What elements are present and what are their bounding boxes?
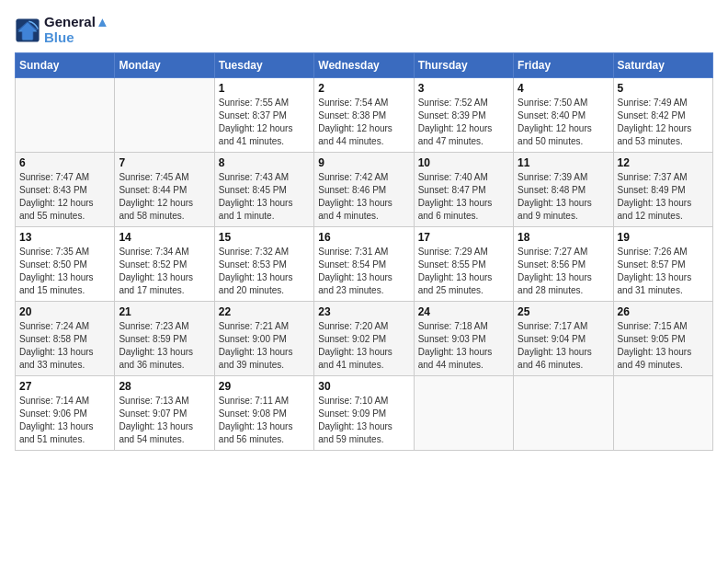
- calendar-cell: 22Sunrise: 7:21 AM Sunset: 9:00 PM Dayli…: [214, 302, 313, 376]
- day-number: 12: [618, 156, 709, 169]
- calendar-cell: 15Sunrise: 7:32 AM Sunset: 8:53 PM Dayli…: [214, 227, 313, 302]
- day-info: Sunrise: 7:49 AM Sunset: 8:42 PM Dayligh…: [618, 97, 709, 148]
- calendar-cell: 9Sunrise: 7:42 AM Sunset: 8:46 PM Daylig…: [314, 153, 414, 227]
- day-number: 19: [618, 231, 709, 244]
- day-number: 6: [19, 156, 110, 169]
- calendar-cell: 29Sunrise: 7:11 AM Sunset: 9:08 PM Dayli…: [214, 376, 313, 451]
- day-number: 15: [219, 231, 310, 244]
- day-info: Sunrise: 7:26 AM Sunset: 8:57 PM Dayligh…: [618, 246, 709, 297]
- day-number: 22: [219, 305, 310, 318]
- day-number: 13: [19, 231, 110, 244]
- day-header-friday: Friday: [514, 53, 613, 78]
- day-number: 3: [418, 82, 509, 95]
- calendar-cell: [16, 78, 115, 153]
- day-info: Sunrise: 7:55 AM Sunset: 8:37 PM Dayligh…: [219, 97, 310, 148]
- day-info: Sunrise: 7:47 AM Sunset: 8:43 PM Dayligh…: [19, 171, 110, 223]
- day-number: 28: [119, 380, 210, 393]
- calendar-cell: 2Sunrise: 7:54 AM Sunset: 8:38 PM Daylig…: [314, 78, 414, 153]
- day-number: 8: [219, 156, 310, 169]
- day-info: Sunrise: 7:31 AM Sunset: 8:54 PM Dayligh…: [318, 246, 409, 297]
- calendar-week-row: 13Sunrise: 7:35 AM Sunset: 8:50 PM Dayli…: [16, 227, 713, 302]
- calendar-week-row: 1Sunrise: 7:55 AM Sunset: 8:37 PM Daylig…: [16, 78, 713, 153]
- logo-icon: [15, 17, 40, 43]
- calendar-cell: 17Sunrise: 7:29 AM Sunset: 8:55 PM Dayli…: [414, 227, 513, 302]
- calendar-cell: 19Sunrise: 7:26 AM Sunset: 8:57 PM Dayli…: [613, 227, 712, 302]
- day-info: Sunrise: 7:39 AM Sunset: 8:48 PM Dayligh…: [518, 171, 609, 223]
- calendar-cell: 24Sunrise: 7:18 AM Sunset: 9:03 PM Dayli…: [414, 302, 513, 376]
- calendar-cell: 3Sunrise: 7:52 AM Sunset: 8:39 PM Daylig…: [414, 78, 513, 153]
- day-number: 25: [518, 305, 609, 318]
- calendar-cell: 7Sunrise: 7:45 AM Sunset: 8:44 PM Daylig…: [115, 153, 214, 227]
- day-info: Sunrise: 7:50 AM Sunset: 8:40 PM Dayligh…: [518, 97, 609, 148]
- day-number: 18: [518, 231, 609, 244]
- day-number: 2: [318, 82, 409, 95]
- day-info: Sunrise: 7:18 AM Sunset: 9:03 PM Dayligh…: [418, 320, 509, 372]
- calendar-cell: 27Sunrise: 7:14 AM Sunset: 9:06 PM Dayli…: [16, 376, 115, 451]
- calendar-week-row: 27Sunrise: 7:14 AM Sunset: 9:06 PM Dayli…: [16, 376, 713, 451]
- day-number: 17: [418, 231, 509, 244]
- day-info: Sunrise: 7:40 AM Sunset: 8:47 PM Dayligh…: [418, 171, 509, 223]
- day-number: 30: [318, 380, 409, 393]
- day-number: 5: [618, 82, 709, 95]
- calendar-cell: 5Sunrise: 7:49 AM Sunset: 8:42 PM Daylig…: [613, 78, 712, 153]
- calendar-cell: 10Sunrise: 7:40 AM Sunset: 8:47 PM Dayli…: [414, 153, 513, 227]
- day-info: Sunrise: 7:17 AM Sunset: 9:04 PM Dayligh…: [518, 320, 609, 372]
- calendar-cell: 14Sunrise: 7:34 AM Sunset: 8:52 PM Dayli…: [115, 227, 214, 302]
- day-number: 14: [119, 231, 210, 244]
- day-info: Sunrise: 7:10 AM Sunset: 9:09 PM Dayligh…: [318, 395, 409, 446]
- calendar-cell: 25Sunrise: 7:17 AM Sunset: 9:04 PM Dayli…: [514, 302, 613, 376]
- calendar-cell: 13Sunrise: 7:35 AM Sunset: 8:50 PM Dayli…: [16, 227, 115, 302]
- calendar-cell: [414, 376, 513, 451]
- day-number: 4: [518, 82, 609, 95]
- calendar-cell: 26Sunrise: 7:15 AM Sunset: 9:05 PM Dayli…: [613, 302, 712, 376]
- day-header-saturday: Saturday: [613, 53, 712, 78]
- day-info: Sunrise: 7:13 AM Sunset: 9:07 PM Dayligh…: [119, 395, 210, 446]
- logo-text: Blue: [44, 30, 109, 46]
- day-number: 7: [119, 156, 210, 169]
- day-info: Sunrise: 7:24 AM Sunset: 8:58 PM Dayligh…: [19, 320, 110, 372]
- calendar-table: SundayMondayTuesdayWednesdayThursdayFrid…: [15, 52, 713, 451]
- day-info: Sunrise: 7:34 AM Sunset: 8:52 PM Dayligh…: [119, 246, 210, 297]
- day-number: 24: [418, 305, 509, 318]
- day-info: Sunrise: 7:37 AM Sunset: 8:49 PM Dayligh…: [618, 171, 709, 223]
- calendar-week-row: 6Sunrise: 7:47 AM Sunset: 8:43 PM Daylig…: [16, 153, 713, 227]
- calendar-cell: 1Sunrise: 7:55 AM Sunset: 8:37 PM Daylig…: [214, 78, 313, 153]
- day-number: 11: [518, 156, 609, 169]
- day-info: Sunrise: 7:54 AM Sunset: 8:38 PM Dayligh…: [318, 97, 409, 148]
- day-info: Sunrise: 7:29 AM Sunset: 8:55 PM Dayligh…: [418, 246, 509, 297]
- calendar-header-row: SundayMondayTuesdayWednesdayThursdayFrid…: [16, 53, 713, 78]
- day-number: 27: [19, 380, 110, 393]
- calendar-cell: 16Sunrise: 7:31 AM Sunset: 8:54 PM Dayli…: [314, 227, 414, 302]
- day-info: Sunrise: 7:45 AM Sunset: 8:44 PM Dayligh…: [119, 171, 210, 223]
- calendar-week-row: 20Sunrise: 7:24 AM Sunset: 8:58 PM Dayli…: [16, 302, 713, 376]
- day-info: Sunrise: 7:23 AM Sunset: 8:59 PM Dayligh…: [119, 320, 210, 372]
- day-info: Sunrise: 7:42 AM Sunset: 8:46 PM Dayligh…: [318, 171, 409, 223]
- day-info: Sunrise: 7:43 AM Sunset: 8:45 PM Dayligh…: [219, 171, 310, 223]
- calendar-cell: 11Sunrise: 7:39 AM Sunset: 8:48 PM Dayli…: [514, 153, 613, 227]
- day-header-wednesday: Wednesday: [314, 53, 414, 78]
- day-header-sunday: Sunday: [16, 53, 115, 78]
- day-info: Sunrise: 7:35 AM Sunset: 8:50 PM Dayligh…: [19, 246, 110, 297]
- calendar-cell: 8Sunrise: 7:43 AM Sunset: 8:45 PM Daylig…: [214, 153, 313, 227]
- day-number: 9: [318, 156, 409, 169]
- day-info: Sunrise: 7:52 AM Sunset: 8:39 PM Dayligh…: [418, 97, 509, 148]
- calendar-cell: 12Sunrise: 7:37 AM Sunset: 8:49 PM Dayli…: [613, 153, 712, 227]
- logo: General▲ Blue: [15, 15, 109, 45]
- day-header-thursday: Thursday: [414, 53, 513, 78]
- calendar-cell: 20Sunrise: 7:24 AM Sunset: 8:58 PM Dayli…: [16, 302, 115, 376]
- day-info: Sunrise: 7:15 AM Sunset: 9:05 PM Dayligh…: [618, 320, 709, 372]
- day-info: Sunrise: 7:14 AM Sunset: 9:06 PM Dayligh…: [19, 395, 110, 446]
- day-info: Sunrise: 7:21 AM Sunset: 9:00 PM Dayligh…: [219, 320, 310, 372]
- calendar-cell: 23Sunrise: 7:20 AM Sunset: 9:02 PM Dayli…: [314, 302, 414, 376]
- day-number: 16: [318, 231, 409, 244]
- calendar-cell: [514, 376, 613, 451]
- day-number: 29: [219, 380, 310, 393]
- calendar-cell: 4Sunrise: 7:50 AM Sunset: 8:40 PM Daylig…: [514, 78, 613, 153]
- calendar-cell: 6Sunrise: 7:47 AM Sunset: 8:43 PM Daylig…: [16, 153, 115, 227]
- calendar-cell: 21Sunrise: 7:23 AM Sunset: 8:59 PM Dayli…: [115, 302, 214, 376]
- day-number: 23: [318, 305, 409, 318]
- page-header: General▲ Blue: [15, 15, 713, 45]
- day-number: 20: [19, 305, 110, 318]
- day-info: Sunrise: 7:11 AM Sunset: 9:08 PM Dayligh…: [219, 395, 310, 446]
- day-number: 26: [618, 305, 709, 318]
